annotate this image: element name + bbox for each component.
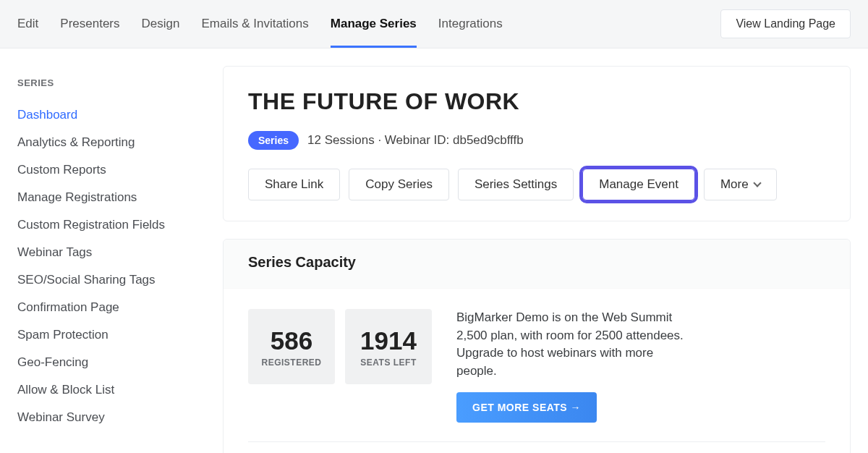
view-landing-page-button[interactable]: View Landing Page (720, 9, 851, 38)
tab-integrations[interactable]: Integrations (438, 0, 503, 48)
sidebar-item-spam-protection[interactable]: Spam Protection (17, 321, 201, 349)
sidebar-item-webinar-survey[interactable]: Webinar Survey (17, 404, 201, 431)
sidebar-item-manage-registrations[interactable]: Manage Registrations (17, 184, 201, 211)
series-header-card: THE FUTURE OF WORK Series 12 Sessions · … (223, 66, 851, 221)
sidebar-section-header: SERIES (17, 77, 201, 88)
sidebar-item-geo-fencing[interactable]: Geo-Fencing (17, 349, 201, 376)
chevron-down-icon (753, 179, 761, 187)
share-link-button[interactable]: Share Link (248, 169, 340, 200)
copy-series-button[interactable]: Copy Series (349, 169, 449, 200)
tab-list: Edit Presenters Design Emails & Invitati… (17, 0, 503, 48)
sidebar-item-confirmation-page[interactable]: Confirmation Page (17, 294, 201, 321)
series-meta-text: 12 Sessions · Webinar ID: db5ed9cbfffb (307, 133, 524, 148)
tab-edit[interactable]: Edit (17, 0, 38, 48)
series-capacity-card: Series Capacity 586 REGISTERED 1914 SEAT… (223, 239, 851, 453)
more-actions-button[interactable]: More (704, 169, 777, 200)
top-navbar: Edit Presenters Design Emails & Invitati… (0, 0, 868, 48)
capacity-description-block: BigMarker Demo is on the Web Summit 2,50… (442, 309, 688, 423)
tab-presenters[interactable]: Presenters (60, 0, 119, 48)
series-settings-button[interactable]: Series Settings (458, 169, 574, 200)
capacity-description-text: BigMarker Demo is on the Web Summit 2,50… (456, 309, 688, 381)
registered-stat: 586 REGISTERED (248, 309, 335, 384)
tab-emails-invitations[interactable]: Emails & Invitations (201, 0, 308, 48)
series-action-row: Share Link Copy Series Series Settings M… (248, 169, 825, 200)
capacity-stats-row: 586 REGISTERED 1914 SEATS LEFT BigMarker… (248, 309, 825, 423)
capacity-header: Series Capacity (224, 240, 850, 289)
seats-left-value: 1914 (360, 326, 417, 355)
sidebar: SERIES Dashboard Analytics & Reporting C… (17, 66, 201, 453)
manage-event-button[interactable]: Manage Event (582, 169, 695, 200)
sidebar-item-analytics[interactable]: Analytics & Reporting (17, 129, 201, 156)
sidebar-item-custom-reports[interactable]: Custom Reports (17, 156, 201, 184)
get-more-seats-button[interactable]: GET MORE SEATS → (456, 392, 597, 423)
series-title: THE FUTURE OF WORK (248, 88, 825, 115)
tab-manage-series[interactable]: Manage Series (331, 0, 417, 48)
seats-left-stat: 1914 SEATS LEFT (345, 309, 432, 384)
sidebar-item-dashboard[interactable]: Dashboard (17, 101, 201, 129)
series-meta-row: Series 12 Sessions · Webinar ID: db5ed9c… (248, 131, 825, 150)
more-label: More (720, 177, 749, 192)
tab-design[interactable]: Design (142, 0, 180, 48)
capacity-footer: 586 registered capacity: 2500 (248, 441, 825, 453)
seats-left-label: SEATS LEFT (360, 357, 416, 368)
registered-label: REGISTERED (261, 357, 321, 368)
sidebar-item-seo-social-tags[interactable]: SEO/Social Sharing Tags (17, 266, 201, 294)
main-content: THE FUTURE OF WORK Series 12 Sessions · … (223, 66, 851, 453)
registered-value: 586 (271, 326, 312, 355)
series-badge: Series (248, 131, 299, 150)
sidebar-item-custom-registration-fields[interactable]: Custom Registration Fields (17, 211, 201, 239)
sidebar-item-webinar-tags[interactable]: Webinar Tags (17, 239, 201, 266)
sidebar-item-allow-block-list[interactable]: Allow & Block List (17, 376, 201, 404)
